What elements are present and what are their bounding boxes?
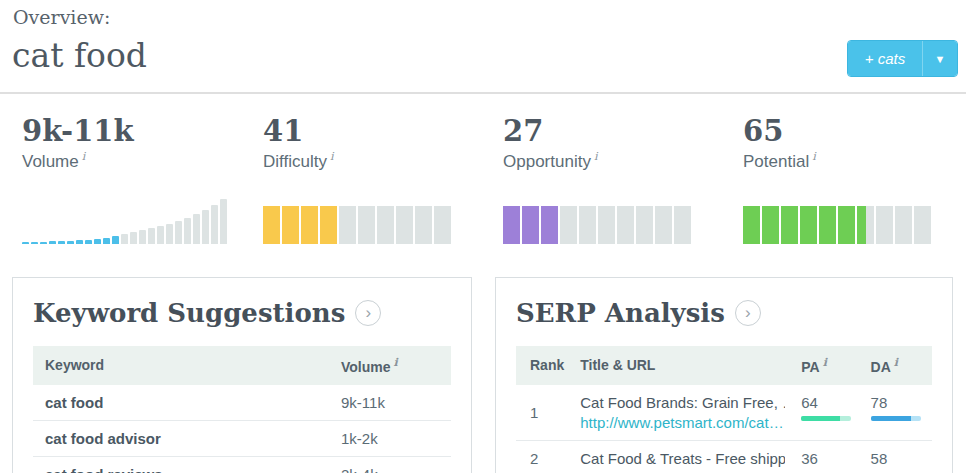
da-bar xyxy=(871,416,921,421)
add-to-list-button[interactable]: + cats xyxy=(848,41,922,76)
info-icon[interactable]: i xyxy=(894,356,898,369)
info-icon[interactable]: i xyxy=(330,150,334,163)
histogram-bar xyxy=(202,210,209,244)
keyword-suggestions-title: Keyword Suggestions xyxy=(33,298,345,328)
meter-segment xyxy=(579,206,596,244)
open-serp-icon[interactable]: › xyxy=(735,300,761,326)
meter-segment xyxy=(636,206,653,244)
pa-bar xyxy=(801,416,851,421)
meter-segment xyxy=(282,206,299,244)
histogram-bar xyxy=(58,241,65,244)
metric-potential: 65 Potentiali xyxy=(743,114,966,244)
table-row: 2Cat Food & Treats - Free shipp…3658 xyxy=(516,440,932,473)
info-icon[interactable]: i xyxy=(823,356,827,369)
opportunity-value: 27 xyxy=(503,114,728,148)
dropdown-toggle-button[interactable]: ▼ xyxy=(922,41,957,76)
meter-segment xyxy=(320,206,337,244)
histogram-bar xyxy=(112,236,119,244)
potential-meter xyxy=(743,206,931,244)
keyword-link[interactable]: cat food xyxy=(45,394,103,411)
histogram-bar xyxy=(157,226,164,244)
metric-volume: 9k-11k Volumei xyxy=(22,114,247,244)
keyword-volume: 1k-2k xyxy=(341,430,378,447)
meter-segment xyxy=(876,206,893,244)
serp-analysis-table: Rank Title & URL PAi DAi 1Cat Food Brand… xyxy=(516,346,932,473)
meter-segment xyxy=(674,206,691,244)
result-title-link[interactable]: Cat Food & Treats - Free shipp… xyxy=(580,450,785,467)
header-divider xyxy=(0,92,966,94)
histogram-bar xyxy=(148,228,155,244)
histogram-bar xyxy=(175,221,182,244)
meter-segment xyxy=(263,206,280,244)
meter-segment xyxy=(762,206,779,244)
meter-segment xyxy=(838,206,855,244)
histogram-bar xyxy=(121,234,128,244)
histogram-bar xyxy=(49,241,56,244)
meter-segment xyxy=(301,206,318,244)
table-row: 1Cat Food Brands: Grain Free, …http://ww… xyxy=(516,385,932,441)
meter-segment xyxy=(415,206,432,244)
open-suggestions-icon[interactable]: › xyxy=(355,300,381,326)
meter-segment xyxy=(617,206,634,244)
meter-segment xyxy=(819,206,836,244)
histogram-bar xyxy=(103,238,110,244)
info-icon[interactable]: i xyxy=(594,150,598,163)
metrics-row: 9k-11k Volumei 41 Difficultyi 27 Opportu… xyxy=(0,114,966,244)
table-row: cat food reviews2k-4k xyxy=(33,456,451,473)
result-rank: 1 xyxy=(530,404,538,421)
meter-segment xyxy=(743,206,760,244)
meter-segment xyxy=(377,206,394,244)
opportunity-meter xyxy=(503,206,691,244)
keyword-link[interactable]: cat food reviews xyxy=(45,466,163,473)
pa-value: 64 xyxy=(801,394,818,411)
difficulty-meter xyxy=(263,206,451,244)
meter-segment xyxy=(434,206,451,244)
table-row: cat food advisor1k-2k xyxy=(33,420,451,456)
histogram-bar xyxy=(211,205,218,244)
serp-analysis-panel: SERP Analysis › Rank Title & URL PAi DAi… xyxy=(495,277,953,473)
info-icon[interactable]: i xyxy=(394,356,398,369)
meter-segment xyxy=(541,206,558,244)
meter-segment xyxy=(800,206,817,244)
info-icon[interactable]: i xyxy=(82,150,86,163)
histogram-bar xyxy=(166,224,173,244)
meter-segment xyxy=(522,206,539,244)
volume-value: 9k-11k xyxy=(22,114,247,148)
result-url-link[interactable]: http://www.petsmart.com/cat… xyxy=(580,414,785,431)
meter-segment xyxy=(781,206,798,244)
keyword-link[interactable]: cat food advisor xyxy=(45,430,161,447)
meter-segment xyxy=(503,206,520,244)
histogram-bar xyxy=(40,242,47,244)
meter-segment xyxy=(339,206,356,244)
table-row: cat food9k-11k xyxy=(33,385,451,421)
histogram-bar xyxy=(139,230,146,244)
result-rank: 2 xyxy=(530,450,538,467)
result-title-link[interactable]: Cat Food Brands: Grain Free, … xyxy=(580,394,785,411)
potential-value: 65 xyxy=(743,114,966,148)
meter-segment xyxy=(560,206,577,244)
potential-label: Potentiali xyxy=(743,150,966,172)
add-keyword-button-group: + cats ▼ xyxy=(847,40,958,77)
histogram-bar xyxy=(67,241,74,244)
metric-difficulty: 41 Difficultyi xyxy=(263,114,488,244)
serp-analysis-title: SERP Analysis xyxy=(516,298,725,328)
info-icon[interactable]: i xyxy=(812,150,816,163)
histogram-bar xyxy=(193,214,200,244)
volume-label: Volumei xyxy=(22,150,247,172)
keyword-suggestions-panel: Keyword Suggestions › Keyword Volumei ca… xyxy=(12,277,472,473)
histogram-bar xyxy=(31,242,38,244)
metric-opportunity: 27 Opportunityi xyxy=(503,114,728,244)
histogram-bar xyxy=(220,199,227,244)
histogram-bar xyxy=(22,242,29,244)
difficulty-value: 41 xyxy=(263,114,488,148)
meter-segment xyxy=(857,206,874,244)
meter-segment xyxy=(396,206,413,244)
meter-segment xyxy=(358,206,375,244)
meter-segment xyxy=(655,206,672,244)
table-header-row: Rank Title & URL PAi DAi xyxy=(516,346,932,385)
col-rank: Rank xyxy=(516,346,572,385)
histogram-bar xyxy=(184,218,191,244)
table-header-row: Keyword Volumei xyxy=(33,346,451,385)
da-value: 58 xyxy=(871,450,888,467)
meter-segment xyxy=(598,206,615,244)
